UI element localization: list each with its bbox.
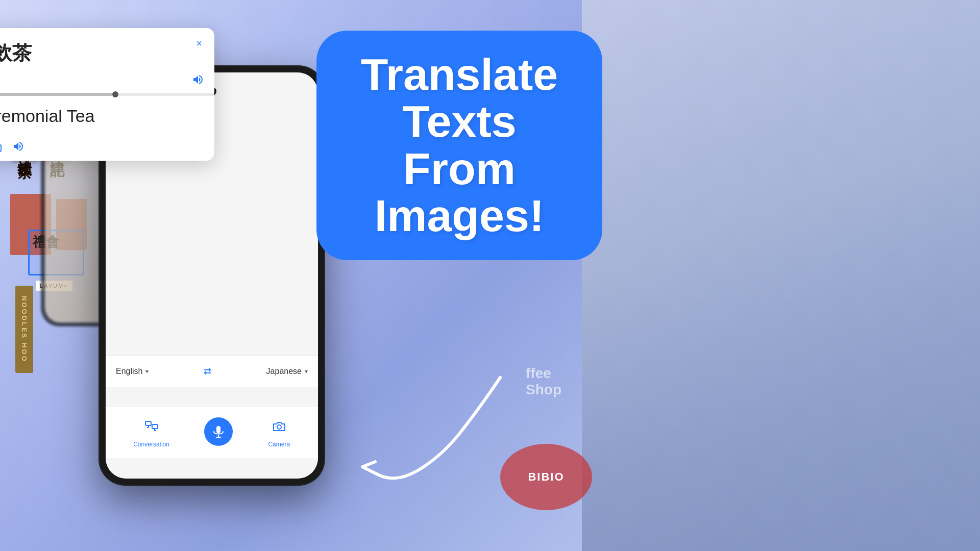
bibio-text: BIBIO bbox=[528, 470, 564, 484]
conversation-nav-item[interactable]: Conversation bbox=[133, 415, 169, 448]
target-lang-label: Japanese bbox=[266, 367, 302, 376]
language-bar: English ▾ ⇄ Japanese ▾ bbox=[106, 356, 318, 387]
source-lang-chevron: ▾ bbox=[145, 368, 149, 375]
mic-icon bbox=[204, 417, 233, 446]
swap-icon: ⇄ bbox=[204, 366, 211, 377]
noodle-sign: NOODLES HOO bbox=[15, 286, 33, 373]
coffee-shop-text: ffee Shop bbox=[526, 365, 561, 398]
close-button[interactable]: × bbox=[192, 36, 206, 51]
headline-bubble: Translate Texts From Images! bbox=[316, 31, 602, 260]
arrow-graphic bbox=[347, 367, 521, 490]
person-background: ffee Shop BIBIO bbox=[582, 0, 980, 551]
headline-line2: Texts From bbox=[347, 98, 572, 192]
slider-handle[interactable] bbox=[112, 91, 118, 97]
svg-rect-2 bbox=[216, 426, 220, 433]
camera-label: Camera bbox=[268, 441, 290, 448]
card-source-section: 禮飲茶 × bbox=[0, 28, 214, 71]
swap-languages-button[interactable]: ⇄ bbox=[199, 362, 217, 381]
bottom-navigation: Conversation bbox=[106, 407, 318, 458]
copy-button[interactable] bbox=[0, 140, 2, 153]
translation-card: 禮飲茶 × Ceremonial Tea bbox=[0, 28, 214, 161]
svg-point-5 bbox=[277, 425, 281, 429]
camera-nav-item[interactable]: Camera bbox=[268, 415, 290, 448]
source-speaker-button[interactable] bbox=[192, 73, 204, 89]
headline-line3: Images! bbox=[347, 192, 572, 239]
mic-nav-item[interactable] bbox=[204, 417, 233, 446]
slider-fill bbox=[0, 93, 112, 96]
conversation-icon bbox=[140, 415, 163, 438]
card-target-section: Ceremonial Tea bbox=[0, 96, 214, 134]
card-slider bbox=[0, 93, 214, 96]
source-language-select[interactable]: English ▾ bbox=[116, 367, 149, 376]
target-text: Ceremonial Tea bbox=[0, 106, 200, 126]
svg-rect-1 bbox=[152, 424, 158, 429]
camera-icon bbox=[268, 415, 290, 438]
target-language-select[interactable]: Japanese ▾ bbox=[266, 367, 308, 376]
svg-rect-11 bbox=[0, 145, 1, 152]
conversation-label: Conversation bbox=[133, 441, 169, 448]
headline-line1: Translate bbox=[347, 51, 572, 98]
source-text: 禮飲茶 bbox=[0, 40, 200, 66]
source-actions bbox=[0, 71, 214, 93]
target-actions bbox=[0, 134, 214, 161]
target-speaker-button[interactable] bbox=[12, 140, 24, 153]
target-lang-chevron: ▾ bbox=[305, 368, 308, 375]
source-lang-label: English bbox=[116, 367, 142, 376]
svg-rect-0 bbox=[145, 421, 151, 425]
person-gradient bbox=[582, 0, 980, 551]
